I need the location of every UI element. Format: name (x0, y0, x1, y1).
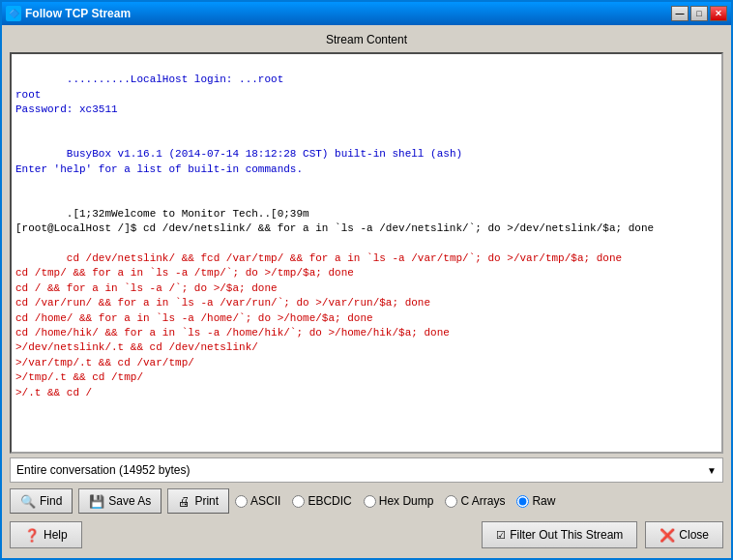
filter-out-stream-button[interactable]: ☑ Filter Out This Stream (482, 521, 637, 548)
close-icon: ❌ (660, 528, 675, 543)
window-icon: 🔷 (6, 6, 21, 21)
conversation-bar[interactable]: Entire conversation (14952 bytes) ▼ (10, 457, 723, 483)
conversation-label: Entire conversation (14952 bytes) (16, 463, 707, 477)
stream-text: ..........LocalHost login: ...root root … (15, 58, 718, 430)
close-label: Close (679, 528, 709, 542)
title-bar: 🔷 Follow TCP Stream — □ ✕ (2, 2, 731, 25)
radio-group: ASCII EBCDIC Hex Dump C Arrays Raw (235, 494, 723, 508)
radio-ascii-input[interactable] (235, 495, 248, 508)
find-label: Find (40, 494, 62, 508)
radio-ebcdic-label: EBCDIC (308, 494, 351, 508)
radio-raw[interactable]: Raw (516, 494, 555, 508)
line-welcome: .[1;32mWelcome to Monitor Tech..[0;39m [… (15, 208, 654, 234)
line-1: ..........LocalHost login: ...root root … (15, 74, 283, 115)
radio-hex-dump[interactable]: Hex Dump (364, 494, 434, 508)
radio-c-arrays[interactable]: C Arrays (445, 494, 505, 508)
restore-button[interactable]: □ (690, 6, 708, 21)
filter-icon: ☑ (496, 529, 506, 542)
window-body: Stream Content ..........LocalHost login… (2, 25, 731, 558)
section-label: Stream Content (10, 33, 723, 46)
line-commands: cd /dev/netslink/ && fcd /var/tmp/ && fo… (15, 252, 622, 398)
radio-ebcdic[interactable]: EBCDIC (292, 494, 351, 508)
minimize-button[interactable]: — (671, 6, 689, 21)
radio-ebcdic-input[interactable] (292, 495, 305, 508)
radio-ascii-label: ASCII (250, 494, 280, 508)
bottom-row: ❓ Help ☑ Filter Out This Stream ❌ Close (10, 519, 723, 550)
help-icon: ❓ (24, 528, 40, 543)
window-title: Follow TCP Stream (25, 7, 671, 20)
radio-raw-input[interactable] (516, 495, 529, 508)
find-icon: 🔍 (20, 494, 36, 509)
follow-tcp-stream-window: 🔷 Follow TCP Stream — □ ✕ Stream Content… (0, 0, 733, 560)
close-button[interactable]: ❌ Close (645, 521, 723, 548)
print-button[interactable]: 🖨 Print (167, 488, 229, 514)
line-busybox: BusyBox v1.16.1 (2014-07-14 18:12:28 CST… (15, 148, 462, 174)
bottom-right-buttons: ☑ Filter Out This Stream ❌ Close (482, 521, 723, 548)
print-label: Print (194, 494, 219, 508)
save-icon: 💾 (89, 494, 104, 509)
title-bar-buttons: — □ ✕ (671, 6, 727, 21)
save-as-button[interactable]: 💾 Save As (78, 488, 161, 514)
print-icon: 🖨 (178, 494, 191, 509)
radio-c-arrays-input[interactable] (445, 495, 457, 508)
radio-hex-dump-input[interactable] (364, 495, 376, 508)
window-close-button[interactable]: ✕ (710, 6, 727, 21)
conversation-dropdown-arrow[interactable]: ▼ (707, 465, 717, 476)
help-button[interactable]: ❓ Help (10, 521, 82, 548)
find-button[interactable]: 🔍 Find (10, 488, 73, 514)
radio-ascii[interactable]: ASCII (235, 494, 280, 508)
radio-raw-label: Raw (532, 494, 555, 508)
filter-label: Filter Out This Stream (510, 528, 623, 542)
save-as-label: Save As (108, 494, 151, 508)
radio-c-arrays-label: C Arrays (460, 494, 505, 508)
radio-hex-dump-label: Hex Dump (379, 494, 434, 508)
toolbar-row: 🔍 Find 💾 Save As 🖨 Print ASCII EBCDIC (10, 486, 723, 516)
stream-content-area[interactable]: ..........LocalHost login: ...root root … (10, 52, 723, 454)
help-label: Help (44, 528, 68, 542)
